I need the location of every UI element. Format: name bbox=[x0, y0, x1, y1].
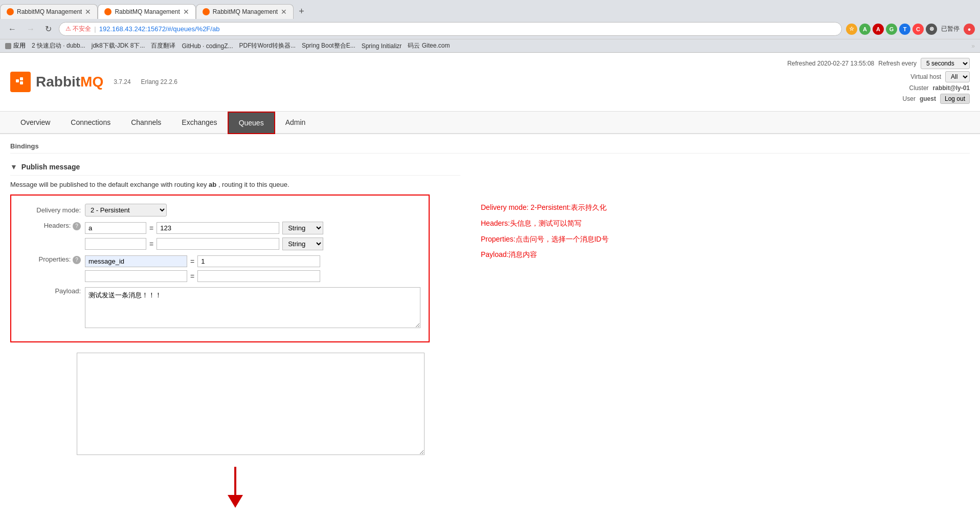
bookmark-8[interactable]: 码云 Gitee.com bbox=[408, 41, 450, 50]
rmq-logo: RabbitMQ 3.7.24 Erlang 22.2.6 bbox=[10, 72, 177, 92]
nav-channels[interactable]: Channels bbox=[121, 112, 171, 134]
logout-button[interactable]: Log out bbox=[940, 94, 970, 104]
address-bar-row: ← → ↻ ⚠ 不安全 | 192.168.43.242:15672/#/que… bbox=[0, 19, 980, 39]
tab-3[interactable]: RabbitMQ Management ✕ bbox=[196, 4, 294, 19]
publish-info: Message will be published to the default… bbox=[10, 181, 460, 188]
headers-label: Headers: ? bbox=[19, 222, 81, 230]
refresh-select[interactable]: 5 seconds 10 seconds 30 seconds bbox=[921, 58, 970, 69]
payload-row: Payload: 测试发送一条消息！！！ bbox=[19, 287, 420, 328]
header-key-2[interactable] bbox=[85, 238, 146, 250]
action-btn-4[interactable]: T bbox=[899, 24, 910, 35]
tab-close-1[interactable]: ✕ bbox=[85, 8, 91, 16]
headers-help[interactable]: ? bbox=[73, 222, 81, 230]
bookmarks-more[interactable]: » bbox=[971, 42, 975, 50]
bookmark-5[interactable]: PDF转Word转换器... bbox=[239, 41, 295, 50]
forward-button[interactable]: → bbox=[24, 24, 38, 35]
bookmarks-bar: 应用 2 快速启动 · dubb... jdk8下载-JDK 8下... 百度翻… bbox=[0, 39, 980, 52]
tab-label-3: RabbitMQ Management bbox=[213, 8, 278, 15]
security-warning: ⚠ 不安全 bbox=[65, 25, 91, 33]
annotation-block: Delivery mode: 2-Persistent:表示持久化 Header… bbox=[481, 200, 970, 263]
tab-label-1: RabbitMQ Management bbox=[17, 8, 82, 15]
rmq-nav: Overview Connections Channels Exchanges … bbox=[0, 112, 980, 134]
nav-queues[interactable]: Queues bbox=[228, 112, 275, 134]
tab-close-3[interactable]: ✕ bbox=[281, 8, 287, 16]
action-btn-1[interactable]: A bbox=[859, 24, 871, 35]
header-row-1: = String Number Boolean bbox=[85, 222, 323, 234]
tab-icon-3 bbox=[203, 8, 210, 15]
refresh-button[interactable]: ↻ bbox=[42, 23, 55, 35]
svg-rect-3 bbox=[20, 81, 23, 84]
tab-2[interactable]: RabbitMQ Management ✕ bbox=[98, 4, 195, 19]
rmq-version: 3.7.24 bbox=[114, 78, 130, 85]
header-type-1[interactable]: String Number Boolean bbox=[282, 222, 323, 234]
tab-icon-2 bbox=[104, 8, 112, 15]
address-text: 192.168.43.242:15672/#/queues/%2F/ab bbox=[99, 25, 835, 33]
svg-rect-2 bbox=[20, 77, 23, 80]
refresh-row: Refreshed 2020-02-27 13:55:08 Refresh ev… bbox=[787, 58, 970, 69]
bookmark-1[interactable]: 2 快速启动 · dubb... bbox=[32, 41, 85, 50]
properties-label: Properties: ? bbox=[19, 255, 81, 264]
bookmark-6[interactable]: Spring Boot整合E... bbox=[302, 41, 355, 50]
section-toggle[interactable]: ▼ bbox=[10, 163, 17, 171]
delivery-mode-row: Delivery mode: 2 - Persistent 1 - Non-pe… bbox=[19, 204, 420, 217]
nav-exchanges[interactable]: Exchanges bbox=[171, 112, 227, 134]
annotation-line-1: Delivery mode: 2-Persistent:表示持久化 bbox=[481, 200, 970, 215]
svg-rect-1 bbox=[16, 79, 19, 82]
payload-label: Payload: bbox=[19, 287, 81, 295]
vhost-select[interactable]: All bbox=[945, 71, 970, 82]
bookmark-apps[interactable]: 应用 bbox=[5, 41, 26, 50]
extra-area bbox=[20, 353, 460, 457]
left-content: ▼ Publish message Message will be publis… bbox=[10, 159, 460, 519]
tab-icon-1 bbox=[7, 8, 14, 15]
nav-admin[interactable]: Admin bbox=[275, 112, 316, 134]
bindings-label: Bindings bbox=[10, 139, 970, 154]
nav-overview[interactable]: Overview bbox=[10, 112, 60, 134]
vhost-label: Virtual host bbox=[910, 73, 941, 80]
action-btn-3[interactable]: G bbox=[886, 24, 897, 35]
right-annotations: Delivery mode: 2-Persistent:表示持久化 Header… bbox=[460, 159, 970, 519]
action-btn-6[interactable]: ⊗ bbox=[926, 24, 937, 35]
address-separator: | bbox=[94, 25, 96, 33]
refreshed-label: Refreshed 2020-02-27 13:55:08 bbox=[787, 60, 874, 67]
content: Bindings ▼ Publish message Message will … bbox=[0, 134, 980, 519]
prop-row-2: = bbox=[85, 270, 320, 282]
bookmark-button[interactable]: ☆ bbox=[846, 24, 857, 35]
extra-textarea[interactable] bbox=[77, 353, 425, 455]
nav-connections[interactable]: Connections bbox=[60, 112, 121, 134]
properties-row: Properties: ? = = bbox=[19, 255, 420, 282]
user-label: User bbox=[903, 95, 916, 102]
arrow-container bbox=[10, 457, 460, 518]
new-tab-button[interactable]: + bbox=[294, 4, 309, 19]
header-type-2[interactable]: String Number Boolean bbox=[282, 237, 323, 250]
action-btn-5[interactable]: C bbox=[912, 24, 924, 35]
bookmark-3[interactable]: 百度翻译 bbox=[151, 41, 175, 50]
cluster-label: Cluster bbox=[909, 84, 929, 92]
tab-close-2[interactable]: ✕ bbox=[183, 8, 189, 16]
action-btn-7[interactable]: ● bbox=[964, 24, 975, 35]
svg-marker-5 bbox=[228, 495, 243, 508]
properties-help[interactable]: ? bbox=[73, 256, 81, 264]
prop-value-2[interactable] bbox=[197, 270, 320, 282]
delivery-select[interactable]: 2 - Persistent 1 - Non-persistent bbox=[85, 204, 167, 217]
refresh-every-label: Refresh every bbox=[878, 60, 917, 67]
props-group: = = bbox=[85, 255, 320, 282]
rmq-erlang: Erlang 22.2.6 bbox=[141, 78, 177, 85]
prop-value-1[interactable] bbox=[197, 255, 320, 267]
bookmark-4[interactable]: GitHub · codingZ... bbox=[182, 42, 233, 50]
header-value-1[interactable] bbox=[157, 222, 279, 234]
headers-row: Headers: ? = String Number bbox=[19, 222, 420, 250]
bookmark-7[interactable]: Spring Initializr bbox=[362, 42, 402, 50]
annotation-line-4: Payload:消息内容 bbox=[481, 247, 970, 263]
action-btn-2[interactable]: A bbox=[873, 24, 884, 35]
payload-textarea[interactable]: 测试发送一条消息！！！ bbox=[85, 287, 420, 328]
bookmark-2[interactable]: jdk8下载-JDK 8下... bbox=[92, 41, 145, 50]
tab-1[interactable]: RabbitMQ Management ✕ bbox=[0, 4, 98, 19]
back-button[interactable]: ← bbox=[5, 24, 19, 35]
address-bar[interactable]: ⚠ 不安全 | 192.168.43.242:15672/#/queues/%2… bbox=[59, 22, 842, 36]
publish-form-box: Delivery mode: 2 - Persistent 1 - Non-pe… bbox=[10, 194, 430, 342]
prop-key-1[interactable] bbox=[85, 255, 187, 267]
prop-key-2[interactable] bbox=[85, 270, 187, 282]
header-value-2[interactable] bbox=[157, 238, 279, 250]
cluster-value: rabbit@ly-01 bbox=[933, 84, 970, 92]
header-key-1[interactable] bbox=[85, 222, 146, 234]
